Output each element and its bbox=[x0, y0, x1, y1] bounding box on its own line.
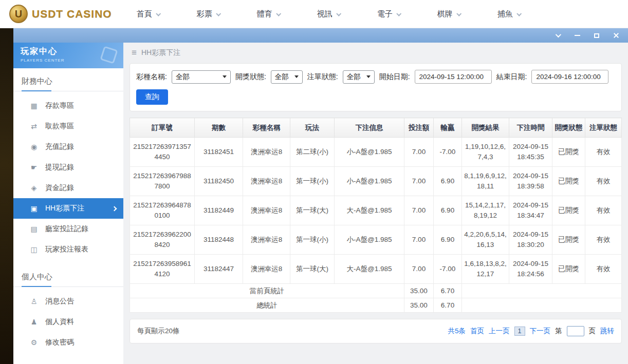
end-date-label: 結束日期: bbox=[496, 72, 527, 82]
cell-result: 15,14,2,1,17,8,19,12 bbox=[462, 196, 509, 225]
col-time: 下注時間 bbox=[509, 118, 552, 138]
summary-amount: 35.00 bbox=[404, 284, 434, 298]
chevron-down-icon bbox=[294, 75, 299, 78]
cell-time: 2024-09-15 18:30:20 bbox=[509, 225, 552, 255]
cell-play: 第一球(大) bbox=[290, 196, 335, 225]
summary-amount: 35.00 bbox=[404, 298, 434, 313]
sidebar-item-hh-lottery-bets[interactable]: ▣HH彩票下注 bbox=[13, 198, 123, 219]
section-finance-center: 財務中心 bbox=[13, 68, 123, 91]
cell-bet-info: 小-A盤@1.985 bbox=[335, 167, 404, 196]
sidebar-item-player-bet-report[interactable]: ◫玩家投注報表 bbox=[13, 239, 123, 260]
sidebar-subtitle: PLAYERS CENTER bbox=[21, 58, 123, 63]
sidebar-title: 玩家中心 bbox=[21, 46, 123, 57]
cell-amount: 7.00 bbox=[404, 225, 434, 255]
filter-panel: 彩種名稱: 全部 開獎狀態: 全部 注單狀態: 全部 開始日期: 結束日期: 查… bbox=[130, 63, 622, 111]
jump-button[interactable]: 跳转 bbox=[600, 327, 614, 336]
bet-report-icon: ◫ bbox=[30, 245, 38, 254]
current-page[interactable]: 1 bbox=[514, 327, 525, 336]
chevron-down-icon bbox=[396, 11, 401, 16]
window-minimize-icon[interactable] bbox=[574, 32, 581, 39]
sidebar-item-label: 資金記錄 bbox=[45, 183, 74, 193]
jump-label-post: 页 bbox=[589, 327, 596, 336]
nav-label: 體育 bbox=[257, 9, 272, 19]
nav-item-cards[interactable]: 棋牌 bbox=[437, 9, 460, 19]
cell-order-status: 有效 bbox=[585, 225, 622, 255]
cell-amount: 7.00 bbox=[404, 138, 434, 167]
chevron-down-icon bbox=[156, 11, 161, 16]
window-maximize-icon[interactable] bbox=[593, 32, 600, 39]
sidebar-item-deposit[interactable]: ▦存款專區 bbox=[13, 95, 123, 116]
sidebar-item-withdraw-record[interactable]: ☛提現記錄 bbox=[13, 157, 123, 178]
sidebar-item-recharge-record[interactable]: ◉充值記錄 bbox=[13, 137, 123, 157]
cell-order: 2152172639713574450 bbox=[130, 138, 195, 167]
col-result: 開獎結果 bbox=[462, 118, 509, 138]
search-button[interactable]: 查詢 bbox=[136, 89, 168, 105]
order-status-select[interactable]: 全部 bbox=[343, 70, 375, 84]
chevron-down-icon bbox=[336, 11, 341, 16]
cell-bet-info: 小-A盤@1.985 bbox=[335, 225, 404, 255]
cell-bet-info: 大-A盤@1.985 bbox=[335, 255, 404, 284]
cell-time: 2024-09-15 18:34:47 bbox=[509, 196, 552, 225]
nav-item-lottery[interactable]: 彩票 bbox=[197, 9, 220, 19]
prev-page-link[interactable]: 上一页 bbox=[489, 327, 510, 336]
cell-amount: 7.00 bbox=[404, 255, 434, 284]
hamburger-icon[interactable]: ≡ bbox=[132, 48, 137, 58]
sidebar-item-announcements[interactable]: ♙消息公告 bbox=[13, 291, 123, 312]
sidebar-item-room-bet-record[interactable]: ▤廳室投註記錄 bbox=[13, 219, 123, 239]
nav-item-slots[interactable]: 電子 bbox=[377, 9, 400, 19]
cell-draw-status: 已開獎 bbox=[552, 255, 585, 284]
nav-item-live[interactable]: 視訊 bbox=[317, 9, 340, 19]
nav-item-home[interactable]: 首頁 bbox=[137, 9, 160, 19]
nav-label: 電子 bbox=[377, 9, 393, 19]
order-status-label: 注單狀態: bbox=[307, 72, 338, 82]
cell-time: 2024-09-15 18:45:35 bbox=[509, 138, 552, 167]
chevron-down-icon bbox=[223, 75, 227, 78]
table-header-row: 訂單號 期數 彩種名稱 玩法 下注信息 投注額 輸贏 開獎結果 下注時間 開獎狀… bbox=[130, 118, 622, 138]
sidebar-item-change-password[interactable]: ⚙修改密碼 bbox=[13, 332, 123, 353]
logo[interactable]: U USDT CASINO bbox=[9, 5, 112, 23]
sidebar-item-profile[interactable]: ♟個人資料 bbox=[13, 312, 123, 332]
start-date-input[interactable] bbox=[415, 70, 492, 84]
window-close-icon[interactable] bbox=[613, 32, 620, 39]
col-lottery: 彩種名稱 bbox=[243, 118, 290, 138]
sidebar-item-label: 廳室投註記錄 bbox=[45, 224, 88, 234]
personal-menu: ♙消息公告 ♟個人資料 ⚙修改密碼 bbox=[13, 287, 123, 357]
first-page-link[interactable]: 首页 bbox=[470, 327, 484, 336]
main-nav: 首頁 彩票 體育 視訊 電子 棋牌 捕魚 bbox=[137, 9, 521, 19]
summary-empty bbox=[462, 284, 622, 298]
nav-item-sports[interactable]: 體育 bbox=[257, 9, 280, 19]
nav-item-fishing[interactable]: 捕魚 bbox=[497, 9, 521, 19]
nav-label: 棋牌 bbox=[437, 9, 453, 19]
page-size-label: 每頁顯示20條 bbox=[137, 327, 180, 336]
window-collapse-icon[interactable] bbox=[554, 32, 561, 39]
cell-amount: 7.00 bbox=[404, 196, 434, 225]
end-date-input[interactable] bbox=[531, 70, 608, 84]
sidebar-item-label: 消息公告 bbox=[45, 297, 74, 306]
sidebar-item-funds-record[interactable]: ◈資金記錄 bbox=[13, 178, 123, 198]
cell-draw-status: 已開獎 bbox=[552, 138, 585, 167]
table-row: 2152172639589614120 31182447 澳洲幸运8 第一球(大… bbox=[130, 255, 622, 284]
cell-order: 2152172639622008420 bbox=[130, 225, 195, 255]
sidebar-item-label: 充值記錄 bbox=[45, 142, 74, 151]
select-value: 全部 bbox=[176, 72, 190, 82]
cell-winloss: -7.00 bbox=[434, 138, 462, 167]
sidebar-item-withdraw[interactable]: ⇄取款專區 bbox=[13, 116, 123, 137]
cell-order-status: 有效 bbox=[585, 138, 622, 167]
main-content: ≡ HH彩票下注 彩種名稱: 全部 開獎狀態: 全部 注單狀態: 全部 開始日期… bbox=[123, 43, 628, 364]
page-jump-input[interactable] bbox=[567, 326, 584, 336]
cell-period: 31182448 bbox=[195, 225, 243, 255]
cell-winloss: 6.90 bbox=[434, 225, 462, 255]
table-row: 2152172639713574450 31182451 澳洲幸运8 第二球(小… bbox=[130, 138, 622, 167]
breadcrumb: ≡ HH彩票下注 bbox=[130, 43, 622, 63]
section-personal-center: 個人中心 bbox=[13, 264, 123, 287]
cell-play: 第一球(小) bbox=[290, 167, 335, 196]
section-label: 個人中心 bbox=[22, 272, 52, 281]
next-page-link[interactable]: 下一页 bbox=[530, 327, 551, 336]
draw-status-select[interactable]: 全部 bbox=[271, 70, 303, 84]
cell-order: 2152172639648780100 bbox=[130, 196, 195, 225]
deposit-icon: ▦ bbox=[30, 102, 38, 110]
select-value: 全部 bbox=[347, 72, 361, 82]
lottery-name-select[interactable]: 全部 bbox=[172, 70, 231, 84]
cell-lottery: 澳洲幸运8 bbox=[243, 196, 290, 225]
logo-coin-icon: U bbox=[9, 5, 28, 23]
